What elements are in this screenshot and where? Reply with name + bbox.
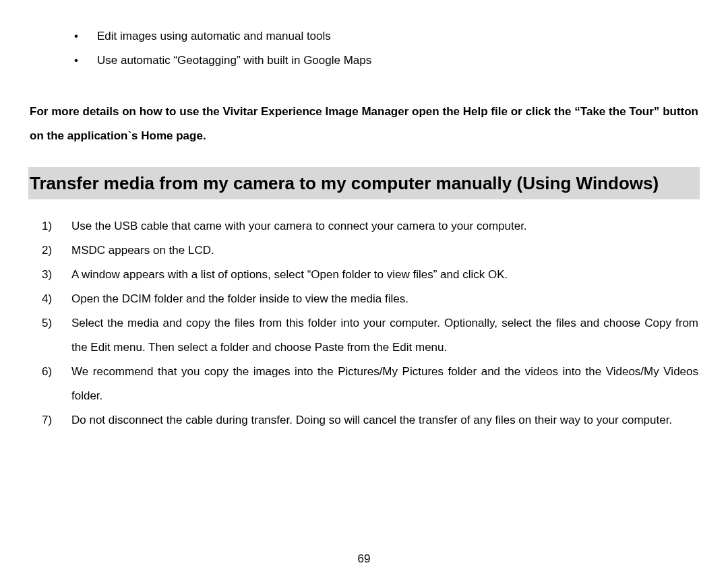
steps-list: Use the USB cable that came with your ca… — [30, 214, 698, 432]
feature-bullet-list: Edit images using automatic and manual t… — [30, 24, 698, 73]
step-item: Do not disconnect the cable during trans… — [42, 408, 698, 432]
step-item: A window appears with a list of options,… — [42, 263, 698, 287]
step-item: Use the USB cable that came with your ca… — [42, 214, 698, 238]
step-item: Open the DCIM folder and the folder insi… — [42, 287, 698, 311]
step-item: We recommend that you copy the images in… — [42, 360, 698, 408]
bullet-item: Edit images using automatic and manual t… — [97, 24, 698, 48]
step-item: MSDC appears on the LCD. — [42, 238, 698, 263]
bullet-item: Use automatic “Geotagging” with built in… — [97, 48, 698, 73]
page-number: 69 — [0, 552, 728, 566]
step-item: Select the media and copy the files from… — [42, 311, 698, 360]
section-heading: Transfer media from my camera to my comp… — [28, 167, 700, 199]
document-page: Edit images using automatic and manual t… — [0, 0, 728, 432]
details-paragraph: For more details on how to use the Vivit… — [30, 100, 698, 148]
